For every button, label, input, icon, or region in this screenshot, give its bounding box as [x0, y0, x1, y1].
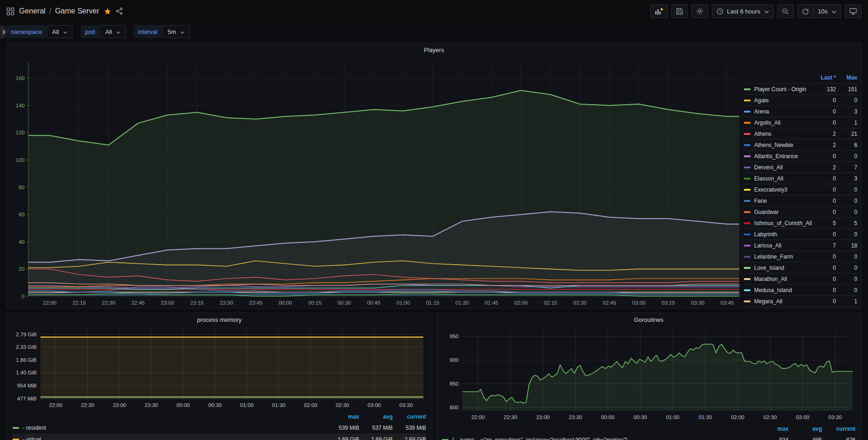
- legend-series-swatch[interactable]: [744, 133, 750, 135]
- panel-title-goroutines[interactable]: Goroutines: [436, 313, 861, 326]
- legend-sort-header[interactable]: avg: [359, 413, 393, 420]
- variable-pod: pod All: [81, 25, 125, 38]
- legend-row[interactable]: Megara_All01: [744, 295, 857, 307]
- breadcrumb-folder[interactable]: General: [19, 7, 46, 15]
- variable-namespace-label: namespace: [7, 25, 46, 38]
- legend-sort-header[interactable]: current: [393, 413, 426, 420]
- legend-series-swatch[interactable]: [744, 100, 750, 101]
- legend-series-swatch[interactable]: [744, 211, 750, 213]
- legend-last-value: 0: [815, 265, 836, 271]
- legend-series-swatch[interactable]: [744, 144, 750, 146]
- legend-sort-header[interactable]: Last *: [815, 74, 836, 81]
- legend-series-swatch[interactable]: [744, 245, 750, 247]
- legend-series-swatch[interactable]: [744, 178, 750, 180]
- legend-row[interactable]: Athens221: [744, 128, 857, 139]
- legend-last-value: 0: [815, 175, 836, 182]
- legend-series-swatch[interactable]: [744, 200, 750, 202]
- refresh-button[interactable]: [797, 4, 813, 18]
- legend-row[interactable]: - virtual2.69 GiB2.69 GiB2.69 GiB: [13, 433, 426, 440]
- legend-max-value: 6: [836, 142, 857, 148]
- legend-row[interactable]: - resident539 MiB537 MiB539 MiB: [13, 422, 426, 433]
- legend-series-swatch[interactable]: [744, 267, 750, 269]
- legend-series-swatch[interactable]: [744, 278, 750, 280]
- legend-row[interactable]: Mycenae_All610: [744, 307, 857, 308]
- variable-namespace-value-dropdown[interactable]: All: [47, 25, 72, 38]
- variable-interval-value-dropdown[interactable]: 5m: [163, 25, 190, 38]
- legend-series-name: Argolis_All: [754, 120, 815, 126]
- legend-series-swatch[interactable]: [744, 222, 750, 224]
- legend-row[interactable]: Execratively300: [744, 184, 857, 195]
- legend-series-swatch[interactable]: [744, 155, 750, 157]
- legend-last-value: 0: [815, 120, 836, 126]
- process-memory-chart[interactable]: 22:0022:3023:0023:3000:0000:3001:0001:30…: [12, 326, 427, 411]
- share-icon[interactable]: [116, 7, 123, 15]
- legend-header: maxavgcurrent: [13, 412, 426, 422]
- panel-title-players[interactable]: Players: [7, 43, 861, 56]
- legend-row[interactable]: Elasson_All03: [744, 173, 857, 184]
- legend-sort-header[interactable]: Max: [836, 74, 857, 81]
- legend-row[interactable]: Medusa_Island00: [744, 284, 857, 295]
- zoom-out-button[interactable]: [777, 4, 794, 18]
- x-axis-tick-label: 01:45: [485, 300, 498, 306]
- legend-row[interactable]: Athens_Newbie26: [744, 139, 857, 150]
- legend-series-swatch[interactable]: [744, 88, 750, 90]
- legend-row[interactable]: Player Count - Origin132151: [744, 83, 857, 94]
- legend-series-name: Player Count - Origin: [754, 86, 815, 93]
- legend-row[interactable]: Guardwar00: [744, 206, 857, 217]
- legend-series-swatch[interactable]: [744, 300, 750, 302]
- legend-row[interactable]: Marathon_All00: [744, 273, 857, 284]
- legend-series-swatch[interactable]: [744, 256, 750, 258]
- legend-series-swatch[interactable]: [13, 427, 19, 429]
- legend-series-swatch[interactable]: [744, 189, 750, 191]
- legend-row[interactable]: Labyrinth00: [744, 228, 857, 240]
- legend-row[interactable]: Derveni_All27: [744, 161, 857, 173]
- legend-sort-header[interactable]: avg: [789, 426, 822, 432]
- legend-row[interactable]: Agate00: [744, 94, 857, 106]
- x-axis-tick-label: 02:00: [304, 402, 317, 408]
- legend-series-swatch[interactable]: [744, 233, 750, 235]
- legend-sort-header[interactable]: max: [326, 413, 359, 420]
- y-axis-tick-label: 1.40 GiB: [16, 370, 37, 375]
- legend-series-name: Atlantis_Entrance: [754, 153, 815, 160]
- legend-row[interactable]: {__name__="go_goroutines", instance="loc…: [442, 434, 855, 440]
- legend-series-swatch[interactable]: [744, 167, 750, 168]
- legend-row[interactable]: Fane00: [744, 195, 857, 206]
- refresh-interval-dropdown[interactable]: 10s: [813, 4, 841, 18]
- favorite-star-icon[interactable]: [104, 8, 111, 15]
- chevron-down-icon: [180, 28, 184, 35]
- add-panel-button[interactable]: [650, 4, 668, 18]
- panel-title-process-memory[interactable]: process memory: [7, 313, 432, 326]
- variable-pod-value-dropdown[interactable]: All: [100, 25, 125, 38]
- legend-row[interactable]: Atlantis_Entrance00: [744, 150, 857, 161]
- legend-sort-header[interactable]: current: [822, 426, 855, 432]
- breadcrumb-dashboard-title[interactable]: Game Server: [55, 7, 99, 15]
- legend-series-swatch[interactable]: [744, 122, 750, 124]
- y-axis-tick-label: 140: [16, 103, 25, 108]
- legend-series-swatch[interactable]: [13, 439, 19, 440]
- legend-row[interactable]: Arena03: [744, 106, 857, 117]
- time-range-picker[interactable]: Last 6 hours: [712, 4, 774, 18]
- legend-row[interactable]: Isthmus_of_Corinth_All55: [744, 217, 857, 228]
- cycle-view-mode-button[interactable]: [845, 4, 861, 18]
- x-axis-tick-label: 01:00: [666, 414, 679, 420]
- save-dashboard-button[interactable]: [671, 4, 688, 18]
- refresh-icon: [802, 8, 809, 15]
- legend-row[interactable]: Argolis_All01: [744, 117, 857, 128]
- legend-series-name: Execratively3: [754, 187, 815, 193]
- legend-series-swatch[interactable]: [744, 111, 750, 113]
- players-chart[interactable]: 22:0022:1522:3022:4523:0023:1523:3023:45…: [7, 56, 742, 308]
- monitor-icon: [849, 8, 857, 15]
- legend-row[interactable]: Love_Island00: [744, 262, 857, 273]
- goroutines-chart[interactable]: 22:0022:3023:0023:3000:0000:3001:0001:30…: [441, 326, 856, 423]
- legend-row[interactable]: Lelantine_Farm00: [744, 251, 857, 262]
- variable-interval-label: interval: [134, 25, 162, 38]
- legend-sort-header[interactable]: max: [755, 426, 789, 432]
- legend-row[interactable]: Larissa_All718: [744, 240, 857, 251]
- legend-series-name: Agate: [754, 97, 815, 104]
- dashboard-grid-icon[interactable]: [7, 7, 14, 15]
- x-axis-tick-label: 01:30: [698, 414, 712, 420]
- legend-series-swatch[interactable]: [744, 289, 750, 291]
- y-axis-tick-label: 100: [16, 157, 25, 163]
- dashboard-settings-button[interactable]: [691, 4, 708, 18]
- variable-namespace-value: All: [52, 28, 59, 35]
